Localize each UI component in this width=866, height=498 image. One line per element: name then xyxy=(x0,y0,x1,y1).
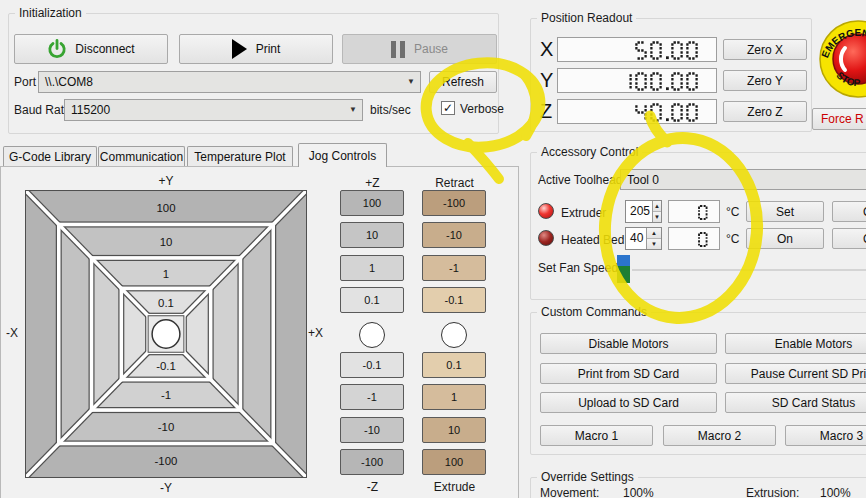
axis-letter-x: X xyxy=(540,38,553,61)
jog-e-button-0.1[interactable]: 0.1 xyxy=(422,352,486,378)
extruder-units-label: °C xyxy=(726,205,739,219)
jog-xy-pad[interactable]: 100-10010-101-10.1-0.1 xyxy=(25,190,307,478)
command-button-upload-to-sd-card[interactable]: Upload to SD Card xyxy=(540,392,717,413)
verbose-label: Verbose xyxy=(460,102,504,116)
command-button-disable-motors[interactable]: Disable Motors xyxy=(540,333,717,354)
initialization-title: Initialization xyxy=(15,6,86,20)
jog-z-button--1[interactable]: -1 xyxy=(340,384,404,410)
macro-button-3[interactable]: Macro 3 xyxy=(785,425,866,446)
extruder-set-label: Set xyxy=(776,205,794,219)
baud-rate-combobox[interactable]: 115200 ▼ xyxy=(64,99,363,121)
jog-z-button--100[interactable]: -100 xyxy=(340,449,404,475)
jog-e-button--0.1[interactable]: -0.1 xyxy=(422,287,486,313)
jog-z-button-100[interactable]: 100 xyxy=(340,190,404,216)
active-toolhead-combobox[interactable]: Tool 0 xyxy=(620,169,866,190)
force-button[interactable]: Force R xyxy=(812,108,866,130)
extruder-target-value: 205 xyxy=(626,201,652,222)
jog-xy-minus-x-ring1[interactable] xyxy=(59,224,92,443)
jog-z-bottom-label: -Z xyxy=(340,480,405,494)
jog-e-button-10[interactable]: 10 xyxy=(422,417,486,443)
spinner-arrows[interactable]: ▲▼ xyxy=(652,201,661,222)
fan-slider-track[interactable] xyxy=(632,269,866,271)
emergency-stop-button[interactable]: EMERGENCY STOP xyxy=(818,19,866,99)
heated-bed-units-label: °C xyxy=(726,232,739,246)
port-combobox[interactable]: \\.\COM8 ▼ xyxy=(38,71,421,93)
command-button-print-from-sd-card[interactable]: Print from SD Card xyxy=(540,363,717,384)
chevron-down-icon: ▼ xyxy=(407,77,415,86)
jog-xy-step-label: 0.1 xyxy=(158,297,174,309)
jog-e-button--1[interactable]: -1 xyxy=(422,255,486,281)
spin-down-icon[interactable]: ▼ xyxy=(653,212,661,222)
jog-z-button-10[interactable]: 10 xyxy=(340,222,404,248)
print-button[interactable]: Print xyxy=(179,34,333,64)
zero-x-button[interactable]: Zero X xyxy=(723,39,807,60)
zero-z-button[interactable]: Zero Z xyxy=(723,101,807,122)
jog-z-button--0.1[interactable]: -0.1 xyxy=(340,352,404,378)
jog-xy-plus-x-ring1[interactable] xyxy=(240,224,273,443)
jog-e-button-100[interactable]: 100 xyxy=(422,449,486,475)
extruder-off-button[interactable]: Off xyxy=(832,201,866,222)
tab-g-code-library[interactable]: G-Code Library xyxy=(3,146,97,167)
spin-down-icon[interactable]: ▼ xyxy=(647,239,661,249)
active-toolhead-label: Active Toolhead xyxy=(538,173,623,187)
jog-e-top-label: Retract xyxy=(422,176,487,190)
jog-z-column: +Z1001010.1-0.1-1-10-100-Z xyxy=(340,176,405,498)
baud-rate-label: Baud Rate xyxy=(14,103,71,117)
tab-jog-controls[interactable]: Jog Controls xyxy=(298,143,387,167)
jog-plus-y-label: +Y xyxy=(136,174,196,188)
position-display-x xyxy=(557,37,717,62)
verbose-checkbox[interactable]: ✓ xyxy=(441,101,455,115)
print-label: Print xyxy=(256,42,281,56)
jog-extrude-column: Retract-100-10-1-0.10.1110100Extrude xyxy=(422,176,487,498)
command-button-sd-card-status[interactable]: SD Card Status xyxy=(725,392,866,413)
fan-speed-label: Set Fan Speed xyxy=(538,261,618,275)
jog-z-button-1[interactable]: 1 xyxy=(340,255,404,281)
pause-button[interactable]: Pause xyxy=(342,34,497,64)
jog-xy-minus-x-ring0[interactable] xyxy=(25,190,59,478)
heated-bed-temp-display xyxy=(668,227,720,250)
app-window: Initialization Disconnect Print Pause Po… xyxy=(0,0,866,498)
jog-xy-plus-x-ring0[interactable] xyxy=(273,190,307,478)
refresh-button[interactable]: Refresh xyxy=(429,71,497,93)
command-button-enable-motors[interactable]: Enable Motors xyxy=(725,333,866,354)
heated-bed-target-value: 40 xyxy=(626,228,646,249)
jog-e-bottom-label: Extrude xyxy=(422,480,487,494)
position-display-y xyxy=(557,68,717,93)
heated-bed-off-button[interactable]: Off xyxy=(832,228,866,249)
pause-icon xyxy=(391,41,405,58)
tab-temperature-plot[interactable]: Temperature Plot xyxy=(187,146,293,167)
zero-y-button[interactable]: Zero Y xyxy=(723,70,807,91)
jog-xy-home-button[interactable] xyxy=(152,320,180,348)
heated-bed-on-button[interactable]: On xyxy=(746,228,824,249)
jog-z-button--10[interactable]: -10 xyxy=(340,417,404,443)
port-value: \\.\COM8 xyxy=(45,75,93,89)
command-button-pause-current-sd-print[interactable]: Pause Current SD Print xyxy=(725,363,866,384)
power-icon xyxy=(47,39,67,59)
spin-up-icon[interactable]: ▲ xyxy=(647,228,661,239)
macro-button-2[interactable]: Macro 2 xyxy=(663,425,776,446)
play-icon xyxy=(232,39,247,59)
extruder-target-spinner[interactable]: 205 ▲▼ xyxy=(625,200,662,223)
tab-communication[interactable]: Communication xyxy=(98,146,185,167)
jog-e-home-button[interactable] xyxy=(441,322,467,348)
macro-button-1[interactable]: Macro 1 xyxy=(540,425,653,446)
jog-xy-step-label: 10 xyxy=(160,236,173,248)
jog-plus-x-label: +X xyxy=(308,326,323,340)
jog-xy-step-label: -1 xyxy=(161,389,171,401)
extruder-set-button[interactable]: Set xyxy=(746,201,824,222)
extruder-label: Extruder xyxy=(561,206,606,220)
heated-bed-target-spinner[interactable]: 40 ▲▼ xyxy=(625,227,662,250)
spin-up-icon[interactable]: ▲ xyxy=(653,201,661,212)
spinner-arrows[interactable]: ▲▼ xyxy=(646,228,661,249)
jog-e-button--100[interactable]: -100 xyxy=(422,190,486,216)
heated-bed-label: Heated Bed xyxy=(561,233,624,247)
disconnect-button[interactable]: Disconnect xyxy=(14,34,168,64)
jog-e-button--10[interactable]: -10 xyxy=(422,222,486,248)
jog-z-home-button[interactable] xyxy=(359,322,385,348)
jog-z-button-0.1[interactable]: 0.1 xyxy=(340,287,404,313)
jog-e-button-1[interactable]: 1 xyxy=(422,384,486,410)
position-display-z xyxy=(557,99,717,124)
chevron-down-icon: ▼ xyxy=(349,105,357,114)
fan-slider-handle[interactable] xyxy=(617,255,630,283)
refresh-label: Refresh xyxy=(442,75,484,89)
